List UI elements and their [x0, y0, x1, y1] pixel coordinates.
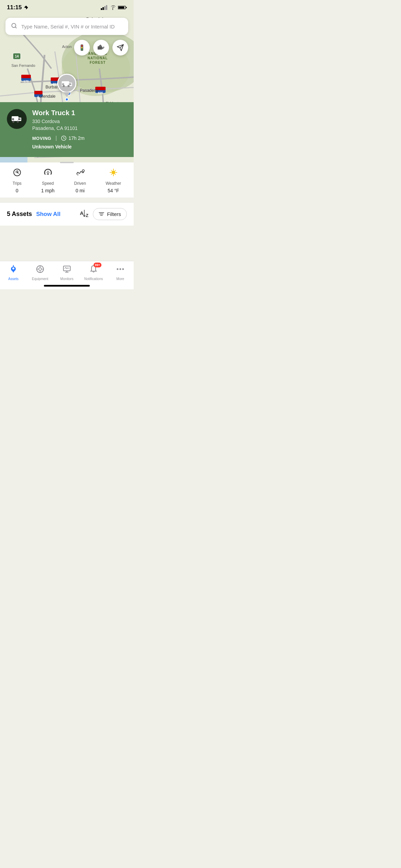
stat-driven[interactable]: Driven 0 mi — [74, 168, 86, 193]
pin-triangle — [63, 92, 70, 97]
assets-info: 5 Assets Show All — [7, 210, 61, 218]
svg-rect-6 — [126, 7, 127, 8]
filters-button[interactable]: Filters — [93, 208, 127, 220]
svg-point-88 — [12, 267, 14, 269]
svg-line-67 — [46, 172, 47, 173]
svg-text:14: 14 — [15, 55, 19, 58]
svg-text:Glendale: Glendale — [39, 94, 56, 99]
notifications-badge: 99+ — [94, 263, 101, 267]
more-icon — [116, 265, 125, 274]
speed-svg — [44, 168, 52, 177]
equipment-nav-icon — [36, 265, 45, 276]
svg-rect-58 — [12, 118, 14, 120]
nav-notifications[interactable]: 99+ Notifications — [83, 265, 104, 281]
vehicle-address: 330 Cordova Pasadena, CA 91101 — [32, 118, 127, 132]
svg-text:Acton: Acton — [62, 45, 72, 49]
svg-point-46 — [102, 48, 103, 49]
svg-point-90 — [39, 268, 41, 270]
svg-rect-0 — [101, 8, 102, 10]
home-indicator — [44, 285, 90, 287]
stats-row: Trips 0 Speed 1 mph Dr — [0, 162, 134, 198]
location-button[interactable] — [112, 40, 128, 56]
location-arrow-icon — [24, 5, 28, 10]
sort-button[interactable]: A Z — [80, 209, 89, 219]
nav-monitors-label: Monitors — [60, 277, 73, 281]
sort-icon: A Z — [80, 209, 89, 217]
stat-weather[interactable]: Weather 54 °F — [106, 168, 121, 193]
stat-trips[interactable]: Trips 0 — [13, 168, 22, 193]
status-icons — [101, 5, 127, 10]
truck-pin-icon — [61, 79, 73, 88]
location-pin — [57, 74, 76, 101]
svg-point-44 — [81, 49, 83, 50]
svg-point-43 — [81, 47, 83, 49]
weather-icon — [109, 168, 118, 179]
monitors-icon — [62, 265, 71, 274]
weather-svg — [109, 168, 118, 177]
svg-point-57 — [17, 121, 19, 123]
stat-speed[interactable]: Speed 1 mph — [41, 168, 54, 193]
map-controls — [74, 40, 128, 56]
svg-point-42 — [81, 45, 83, 47]
svg-point-70 — [77, 174, 78, 176]
vehicle-name: Work Truck 1 — [32, 109, 127, 117]
speed-value: 1 mph — [41, 188, 54, 193]
scroll-indicator — [60, 162, 74, 163]
driven-svg — [76, 168, 85, 177]
weather-value: 54 °F — [108, 188, 119, 193]
equipment-icon — [36, 265, 45, 274]
navigate-icon — [117, 44, 124, 51]
status-bar: 11:15 — [0, 0, 134, 15]
svg-point-99 — [120, 268, 121, 270]
info-text: Work Truck 1 330 Cordova Pasadena, CA 91… — [32, 109, 127, 149]
trips-value: 0 — [16, 188, 19, 193]
svg-rect-20 — [21, 75, 31, 78]
more-nav-icon — [116, 265, 125, 276]
filter-icon — [99, 212, 104, 217]
info-card[interactable]: Work Truck 1 330 Cordova Pasadena, CA 91… — [0, 102, 134, 157]
time-info: 17h 2m — [61, 135, 85, 141]
svg-rect-53 — [69, 83, 71, 85]
vehicle-type: Unknown Vehicle — [32, 144, 127, 149]
traffic-toggle-button[interactable] — [74, 40, 90, 56]
assets-bar: 5 Assets Show All A Z Filters — [0, 202, 134, 226]
svg-point-51 — [68, 85, 70, 87]
nav-notifications-label: Notifications — [84, 277, 103, 281]
search-placeholder: Type Name, Serial #, VIN # or Internal I… — [21, 24, 123, 29]
truck-icon — [11, 114, 23, 124]
svg-rect-52 — [62, 83, 64, 85]
trips-icon — [13, 168, 22, 179]
nav-equipment[interactable]: Equipment — [30, 265, 50, 281]
svg-line-77 — [115, 174, 116, 175]
speed-icon — [44, 168, 52, 179]
weather-label: Weather — [106, 181, 121, 186]
satellite-view-button[interactable] — [93, 40, 109, 56]
clock-icon — [61, 135, 66, 141]
wifi-icon — [110, 5, 116, 10]
show-all-button[interactable]: Show All — [36, 211, 60, 218]
nav-equipment-label: Equipment — [32, 277, 48, 281]
notifications-nav-icon: 99+ — [89, 265, 98, 276]
nav-more[interactable]: More — [110, 265, 131, 281]
svg-text:San Fernando: San Fernando — [11, 63, 35, 68]
svg-rect-45 — [98, 46, 102, 49]
search-bar[interactable]: Type Name, Serial #, VIN # or Internal I… — [5, 18, 128, 35]
nav-assets[interactable]: Assets — [3, 265, 24, 281]
svg-text:NATIONAL: NATIONAL — [88, 56, 108, 60]
svg-point-69 — [82, 170, 84, 172]
pin-dot — [65, 98, 69, 101]
battery-icon — [118, 5, 127, 10]
svg-point-62 — [16, 172, 18, 173]
trips-svg — [13, 168, 22, 177]
nav-more-label: More — [117, 277, 124, 281]
status-divider: | — [56, 135, 57, 141]
pin-avatar — [57, 74, 76, 93]
assets-icon — [9, 265, 18, 274]
svg-point-100 — [122, 268, 124, 270]
satellite-icon — [97, 44, 105, 51]
clock: 11:15 — [7, 4, 22, 11]
svg-text:A: A — [80, 210, 84, 216]
status-row: MOVING | 17h 2m — [32, 135, 127, 141]
nav-monitors[interactable]: Monitors — [57, 265, 77, 281]
assets-nav-icon — [9, 265, 18, 276]
